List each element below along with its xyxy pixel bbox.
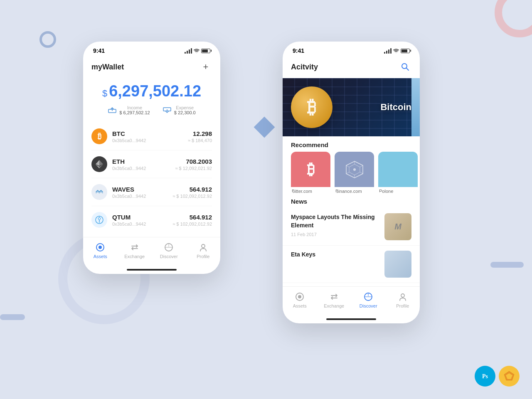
nav-item-exchange-left[interactable]: Exchange: [122, 242, 147, 259]
news-item-1[interactable]: Myspace Layouts The Missing Element 11 F…: [283, 208, 420, 246]
news-date-1: 11 Feb 2017: [291, 232, 379, 237]
eth-address: 0x3b5ca0...9442: [112, 166, 175, 171]
expense-icon: [163, 107, 172, 113]
income-stat: Income $ 6,297,502.12: [108, 105, 150, 115]
balance-stats: Income $ 6,297,502.12 Expense $ 22,300.0: [91, 105, 212, 115]
waves-icon: [91, 184, 107, 200]
eth-values: 708.2003 ≈ $ 12,092,021.92: [175, 158, 212, 171]
btc-info: BTC 0x3b5ca0...9442: [112, 130, 188, 143]
svg-point-31: [401, 294, 404, 297]
signal-icon: [185, 48, 192, 54]
qtum-amount: 564.912: [172, 214, 212, 221]
expense-stat: Expense $ 22,300.0: [163, 105, 196, 115]
svg-point-15: [202, 244, 205, 248]
income-icon: [108, 107, 117, 113]
news-title-1: Myspace Layouts The Missing Element: [291, 213, 379, 229]
balance-amount-value: 6,297,502.12: [109, 82, 201, 100]
list-item[interactable]: WAVES 0x3b5ca0...9442 564.912 ≈ $ 102,09…: [91, 178, 212, 206]
waves-values: 564.912 ≈ $ 102,092,012.92: [172, 186, 212, 199]
qtum-info: QTUM 0x3b5ca0...9442: [112, 214, 172, 227]
battery-icon: [201, 49, 210, 53]
bitcoin-coin-graphic: ₿: [291, 86, 332, 128]
btc-values: 12.298 ≈ $ 184,470: [188, 130, 212, 143]
nav-item-exchange-right[interactable]: Exchange: [322, 292, 347, 308]
sketch-icon: [499, 366, 520, 387]
nav-label-profile-left: Profile: [197, 254, 209, 259]
expense-value: $ 22,300.0: [174, 110, 196, 115]
list-item[interactable]: QTUM 0x3b5ca0...9442 564.912 ≈ $ 102,092…: [91, 206, 212, 234]
wifi-icon: [194, 49, 200, 53]
nav-label-discover-right: Discover: [360, 303, 377, 308]
exchange-icon-right: [329, 292, 339, 302]
nav-label-assets-left: Assets: [94, 254, 107, 259]
tool-icons: Ps: [475, 366, 520, 387]
polone-label: Polone: [378, 187, 418, 194]
status-time-right: 9:41: [293, 47, 304, 54]
status-icons-left: [185, 48, 210, 54]
battery-icon-right: [401, 49, 410, 53]
search-icon: [401, 63, 409, 71]
nav-label-profile-right: Profile: [396, 303, 409, 308]
qtum-address: 0x3b5ca0...9442: [112, 222, 172, 227]
balance-section: $ 6,297,502.12 Income $ 6,297,502.12: [83, 78, 220, 123]
list-item[interactable]: ETH 0x3b5ca0...9442 708.2003 ≈ $ 12,092,…: [91, 150, 212, 178]
bitter-label: Bitter.com: [291, 187, 330, 194]
svg-line-26: [346, 165, 349, 167]
recommend-card-binance[interactable]: Binance.com: [335, 152, 374, 194]
waves-symbol: WAVES: [112, 186, 172, 193]
btc-icon: ₿: [91, 128, 107, 144]
bitter-card-image: ₿: [291, 152, 330, 187]
eth-amount: 708.2003: [175, 158, 212, 165]
waves-amount: 564.912: [172, 186, 212, 193]
status-bar-left: 9:41: [83, 42, 220, 57]
partial-image: [411, 78, 420, 136]
waves-usd: ≈ $ 102,092,012.92: [172, 194, 212, 199]
binance-card-image: [335, 152, 374, 187]
wifi-icon-right: [393, 49, 399, 53]
recommend-card-bitter[interactable]: ₿ Bitter.com: [291, 152, 330, 194]
status-bar-right: 9:41: [283, 42, 420, 57]
nav-label-discover-left: Discover: [160, 254, 178, 259]
qtum-icon: [91, 212, 107, 228]
btc-address: 0x3b5ca0...9442: [112, 138, 188, 143]
app-header-right: Acitvity: [283, 57, 420, 78]
nav-item-profile-left[interactable]: Profile: [191, 242, 216, 259]
activity-hero-image: ₿ Bitcoin: [283, 78, 420, 136]
recommend-card-polone[interactable]: Polone: [378, 152, 418, 194]
nav-item-discover-right[interactable]: Discover: [356, 292, 381, 308]
eth-icon: [91, 156, 107, 172]
news-thumb-1: M: [384, 213, 411, 240]
nav-item-profile-right[interactable]: Profile: [390, 292, 415, 308]
news-item-2[interactable]: Eta Keys: [283, 246, 420, 283]
svg-line-25: [346, 172, 349, 174]
svg-text:Ps: Ps: [482, 373, 488, 379]
bg-decor-bar-left: [0, 314, 25, 320]
btc-symbol: BTC: [112, 130, 188, 137]
btc-amount: 12.298: [188, 130, 212, 137]
eth-info: ETH 0x3b5ca0...9442: [112, 158, 175, 171]
svg-marker-9: [98, 217, 101, 220]
expense-label: Expense: [174, 105, 196, 110]
nav-item-assets-left[interactable]: Assets: [88, 242, 113, 259]
nav-label-exchange-left: Exchange: [124, 254, 145, 259]
signal-icon-right: [384, 48, 392, 54]
status-icons-right: [384, 48, 410, 54]
svg-point-16: [402, 64, 407, 69]
bitcoin-label: Bitcoin: [380, 102, 411, 113]
eth-usd: ≈ $ 12,092,021.92: [175, 166, 212, 171]
list-item[interactable]: ₿ BTC 0x3b5ca0...9442 12.298 ≈ $ 184,470: [91, 123, 212, 150]
bg-decor-circle-pink: [495, 0, 532, 37]
add-button[interactable]: +: [200, 61, 212, 73]
qtum-symbol: QTUM: [112, 214, 172, 221]
svg-point-20: [353, 168, 356, 171]
search-button[interactable]: [399, 61, 411, 73]
news-thumb-2: [384, 251, 411, 278]
exchange-icon: [130, 242, 140, 252]
wallet-title: myWallet: [91, 63, 124, 71]
svg-point-12: [99, 246, 102, 249]
nav-item-assets-right[interactable]: Assets: [287, 292, 312, 308]
svg-line-23: [360, 172, 363, 174]
nav-label-exchange-right: Exchange: [324, 303, 344, 308]
nav-item-discover-left[interactable]: Discover: [156, 242, 181, 259]
assets-icon: [95, 242, 105, 252]
